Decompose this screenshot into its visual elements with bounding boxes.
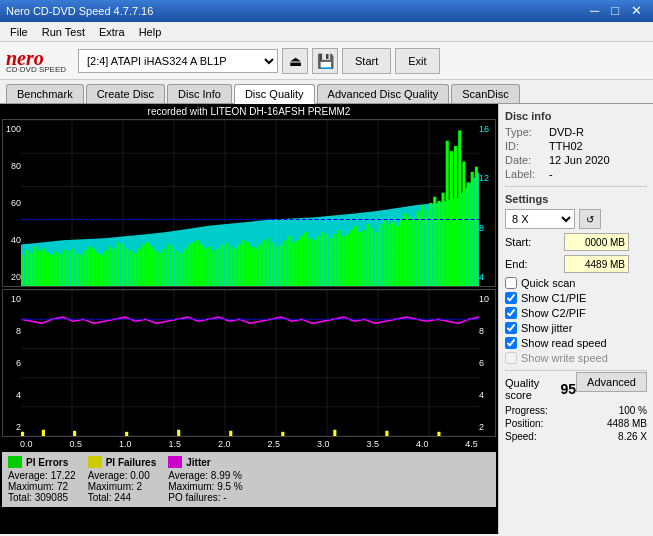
svg-rect-83 [304,232,307,286]
svg-rect-72 [258,245,261,287]
save-button[interactable]: 💾 [312,48,338,74]
show-read-speed-checkbox[interactable] [505,337,517,349]
drive-select[interactable]: [2:4] ATAPI iHAS324 A BL1P [78,49,278,73]
svg-rect-90 [333,234,336,286]
end-input[interactable] [564,255,629,273]
svg-rect-101 [379,224,382,286]
pi-errors-avg-label: Average: [8,470,51,481]
tab-scan-disc[interactable]: ScanDisc [451,84,519,103]
svg-rect-75 [271,242,274,286]
svg-rect-141 [42,430,45,436]
y-right-12: 12 [479,173,495,183]
po-failures-label: PO failures: [168,492,223,503]
svg-rect-16 [25,250,28,286]
svg-rect-84 [308,238,311,286]
jitter-avg-label: Average: [168,470,211,481]
svg-rect-20 [42,249,45,286]
svg-rect-38 [117,242,120,286]
svg-rect-18 [33,247,36,286]
start-input[interactable] [564,233,629,251]
menu-extra[interactable]: Extra [93,24,131,40]
refresh-button[interactable]: ↺ [579,209,601,229]
svg-rect-81 [296,240,299,286]
svg-rect-80 [292,242,295,286]
maximize-button[interactable]: □ [606,2,624,20]
show-write-speed-label: Show write speed [521,352,608,364]
show-jitter-checkbox[interactable] [505,322,517,334]
quick-scan-checkbox[interactable] [505,277,517,289]
date-value: 12 Jun 2020 [549,154,610,166]
svg-rect-100 [375,232,378,286]
svg-rect-86 [317,236,320,286]
speed-row: 8 X ↺ [505,209,647,229]
svg-rect-15 [21,255,24,286]
svg-rect-99 [371,228,374,286]
svg-rect-124 [475,167,478,286]
disc-info-title: Disc info [505,110,647,122]
tab-benchmark[interactable]: Benchmark [6,84,84,103]
speed-select[interactable]: 8 X [505,209,575,229]
tabs-bar: Benchmark Create Disc Disc Info Disc Qua… [0,80,653,104]
pi-errors-max: 72 [57,481,68,492]
svg-rect-97 [362,230,365,286]
start-label: Start: [505,236,560,248]
tab-advanced-disc-quality[interactable]: Advanced Disc Quality [317,84,450,103]
svg-rect-115 [437,201,440,286]
menu-file[interactable]: File [4,24,34,40]
svg-rect-78 [283,240,286,286]
eject-button[interactable]: ⏏ [282,48,308,74]
menu-help[interactable]: Help [133,24,168,40]
menu-run-test[interactable]: Run Test [36,24,91,40]
date-label: Date: [505,154,545,166]
start-button[interactable]: Start [342,48,391,74]
right-panel: Disc info Type: DVD-R ID: TTH02 Date: 12… [498,104,653,534]
show-c1-label: Show C1/PIE [521,292,586,304]
legend-jitter: Jitter Average: 8.99 % Maximum: 9.5 % PO… [168,456,242,503]
pi-errors-max-label: Maximum: [8,481,57,492]
svg-rect-66 [233,249,236,286]
jitter-avg: 8.99 % [211,470,242,481]
svg-rect-46 [150,247,153,286]
svg-rect-96 [358,232,361,286]
svg-rect-32 [92,249,95,286]
show-c2-checkbox[interactable] [505,307,517,319]
show-jitter-row: Show jitter [505,322,647,334]
svg-rect-44 [142,245,145,287]
bottom-chart: 10 8 6 4 2 10 8 6 4 2 [2,289,496,437]
minimize-button[interactable]: ─ [585,2,604,20]
svg-rect-73 [262,240,265,286]
chart-area: recorded with LITEON DH-16AFSH PREMM2 10… [0,104,498,534]
svg-rect-39 [121,245,124,287]
svg-rect-49 [163,249,166,286]
y2-left-6: 6 [3,358,21,368]
svg-rect-119 [454,146,457,286]
tab-create-disc[interactable]: Create Disc [86,84,165,103]
type-row: Type: DVD-R [505,126,647,138]
show-c1-checkbox[interactable] [505,292,517,304]
svg-rect-110 [417,211,420,286]
svg-rect-120 [458,130,461,286]
tab-disc-quality[interactable]: Disc Quality [234,84,315,104]
exit-button[interactable]: Exit [395,48,439,74]
tab-disc-info[interactable]: Disc Info [167,84,232,103]
position-value: 4488 MB [607,418,647,429]
close-button[interactable]: ✕ [626,2,647,20]
show-write-speed-checkbox[interactable] [505,352,517,364]
y2-right-2: 2 [479,422,495,432]
position-row: Position: 4488 MB [505,418,647,429]
y-left-20: 20 [3,272,21,282]
svg-rect-35 [104,251,107,286]
pi-failures-avg-label: Average: [88,470,131,481]
quality-score-value: 95 [560,381,576,397]
type-label: Type: [505,126,545,138]
svg-rect-27 [71,249,74,286]
svg-rect-117 [446,141,449,286]
svg-rect-33 [96,253,99,286]
advanced-button[interactable]: Advanced [576,372,647,392]
svg-rect-70 [250,247,253,286]
end-row: End: [505,255,647,273]
speed-display-value: 8.26 X [618,431,647,442]
chart-title: recorded with LITEON DH-16AFSH PREMM2 [2,106,496,117]
pi-failures-avg: 0.00 [130,470,149,481]
title-bar: Nero CD-DVD Speed 4.7.7.16 ─ □ ✕ [0,0,653,22]
